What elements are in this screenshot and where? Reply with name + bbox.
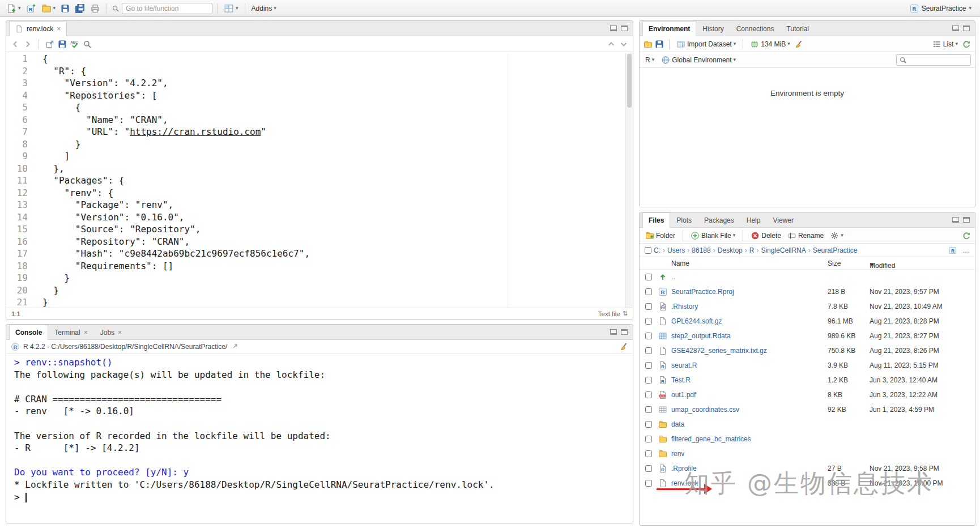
code-text[interactable]: { "R": { "Version": "4.2.2", "Repositori… [36, 53, 633, 308]
workspace-panes-button[interactable]: ▾ [222, 2, 240, 15]
file-name-link[interactable]: data [671, 420, 684, 428]
breadcrumb-item[interactable]: C: [654, 246, 661, 254]
file-row[interactable]: step2_output.Rdata989.6 KBAug 21, 2023, … [640, 329, 975, 343]
column-name[interactable]: Name [671, 259, 689, 267]
new-blank-file-button[interactable]: Blank File ▾ [689, 230, 737, 241]
new-file-button[interactable]: ▾ [5, 2, 23, 15]
file-name-link[interactable]: GPL6244.soft.gz [671, 317, 722, 325]
file-row[interactable]: GSE42872_series_matrix.txt.gz750.8 KBAug… [640, 343, 975, 358]
file-row[interactable]: PDFout1.pdf8 KBJun 3, 2023, 12:22 AM [640, 388, 975, 402]
minimize-icon[interactable] [610, 329, 617, 335]
save-button[interactable] [59, 3, 71, 14]
print-button[interactable] [88, 2, 102, 15]
close-icon[interactable]: × [57, 25, 61, 33]
tab-tutorial[interactable]: Tutorial [780, 21, 815, 36]
file-name-link[interactable]: filtered_gene_bc_matrices [671, 435, 751, 443]
addins-button[interactable]: Addins ▾ [250, 3, 278, 14]
file-checkbox[interactable] [645, 406, 652, 413]
open-directory-icon[interactable] [231, 343, 238, 351]
tab-jobs[interactable]: Jobs × [94, 325, 128, 339]
refresh-icon[interactable] [962, 231, 971, 240]
file-name-link[interactable]: SeuratPractice.Rproj [671, 288, 734, 296]
file-name-link[interactable]: GSE42872_series_matrix.txt.gz [671, 347, 767, 355]
tab-plots[interactable]: Plots [670, 212, 698, 227]
close-icon[interactable]: × [118, 329, 122, 337]
project-selector[interactable]: R SeuratPractice ▾ [908, 3, 973, 14]
goto-input[interactable] [122, 3, 212, 14]
open-file-button[interactable]: ▾ [40, 2, 58, 15]
file-name-link[interactable]: out1.pdf [671, 391, 696, 399]
tab-files[interactable]: Files [642, 212, 670, 228]
load-workspace-icon[interactable] [644, 40, 653, 49]
clear-environment-icon[interactable] [794, 40, 803, 49]
file-checkbox[interactable] [645, 480, 652, 487]
tab-help[interactable]: Help [740, 212, 767, 227]
save-workspace-icon[interactable] [655, 40, 664, 49]
file-row[interactable]: renv [640, 446, 975, 461]
scrollbar-thumb[interactable] [627, 54, 632, 108]
project-badge-icon[interactable]: R [949, 246, 957, 254]
file-name-link[interactable]: renv [671, 450, 684, 458]
file-checkbox[interactable] [645, 436, 652, 442]
file-name-link[interactable]: .Rhistory [671, 303, 698, 310]
file-name-link[interactable]: seurat.R [671, 361, 697, 369]
console-output[interactable]: > renv::snapshot()The following package(… [6, 354, 633, 503]
file-name-link[interactable]: umap_coordinates.csv [671, 406, 739, 414]
open-new-window-icon[interactable] [45, 40, 54, 49]
close-icon[interactable]: × [84, 329, 88, 337]
environment-search-input[interactable] [909, 56, 965, 64]
file-row[interactable]: .. [640, 270, 975, 284]
new-folder-button[interactable]: Folder [644, 230, 677, 241]
file-checkbox[interactable] [645, 318, 652, 325]
file-checkbox[interactable] [645, 421, 652, 428]
rename-button[interactable]: Rename [786, 230, 825, 241]
file-checkbox[interactable] [645, 362, 652, 369]
file-checkbox[interactable] [645, 303, 652, 310]
jump-down-icon[interactable] [619, 40, 628, 49]
save-all-button[interactable] [73, 2, 87, 15]
forward-icon[interactable] [23, 40, 32, 49]
minimize-icon[interactable] [952, 25, 959, 31]
breadcrumb-item[interactable]: Desktop [718, 246, 743, 254]
tab-viewer[interactable]: Viewer [766, 212, 799, 227]
file-checkbox[interactable] [645, 391, 652, 398]
hyperlink[interactable]: https://cran.rstudio.com [130, 126, 261, 137]
file-row[interactable]: GPL6244.soft.gz96.1 MBAug 21, 2023, 8:28… [640, 314, 975, 329]
file-row[interactable]: .Rhistory7.8 KBNov 21, 2023, 10:49 AM [640, 299, 975, 314]
file-type-selector[interactable]: Text file ⇅ [598, 310, 628, 317]
file-row[interactable]: data [640, 417, 975, 432]
tab-packages[interactable]: Packages [698, 212, 740, 227]
tab-console[interactable]: Console [9, 325, 48, 340]
environment-scope-selector[interactable]: Global Environment ▾ [659, 54, 738, 66]
more-icon[interactable]: … [962, 246, 970, 254]
maximize-icon[interactable] [621, 329, 628, 335]
breadcrumb-item[interactable]: R [749, 246, 755, 254]
refresh-icon[interactable] [962, 40, 971, 49]
tab-terminal[interactable]: Terminal × [48, 325, 93, 339]
jump-up-icon[interactable] [607, 40, 616, 49]
spellcheck-icon[interactable]: ABC [70, 40, 79, 49]
file-name-link[interactable]: step2_output.Rdata [671, 332, 731, 340]
memory-usage-button[interactable]: 134 MiB ▾ [748, 39, 792, 50]
code-editor[interactable]: 123456789101112131415161718192021 { "R":… [6, 53, 633, 308]
maximize-icon[interactable] [963, 217, 970, 223]
find-replace-icon[interactable] [83, 40, 92, 49]
minimize-icon[interactable] [610, 25, 617, 31]
file-row[interactable]: RSeuratPractice.Rproj218 BNov 21, 2023, … [640, 284, 975, 299]
clear-console-icon[interactable] [619, 342, 628, 351]
language-selector[interactable]: R ▾ [644, 55, 656, 65]
file-checkbox[interactable] [645, 450, 652, 457]
import-dataset-button[interactable]: Import Dataset ▾ [675, 39, 738, 50]
editor-scrollbar[interactable] [625, 53, 633, 308]
save-icon[interactable] [58, 40, 67, 49]
tab-connections[interactable]: Connections [730, 21, 781, 36]
tab-history[interactable]: History [696, 21, 730, 36]
maximize-icon[interactable] [963, 25, 970, 31]
breadcrumb-item[interactable]: 86188 [692, 246, 710, 254]
tab-renv-lock[interactable]: renv.lock × [9, 21, 67, 36]
file-row[interactable]: Rseurat.R3.9 KBAug 11, 2023, 5:15 PM [640, 358, 975, 373]
maximize-icon[interactable] [621, 25, 628, 31]
breadcrumb-item[interactable]: SingleCellRNA [761, 246, 806, 254]
more-file-commands-button[interactable]: ▾ [828, 230, 845, 241]
breadcrumb-item[interactable]: SeuratPractice [813, 246, 858, 254]
